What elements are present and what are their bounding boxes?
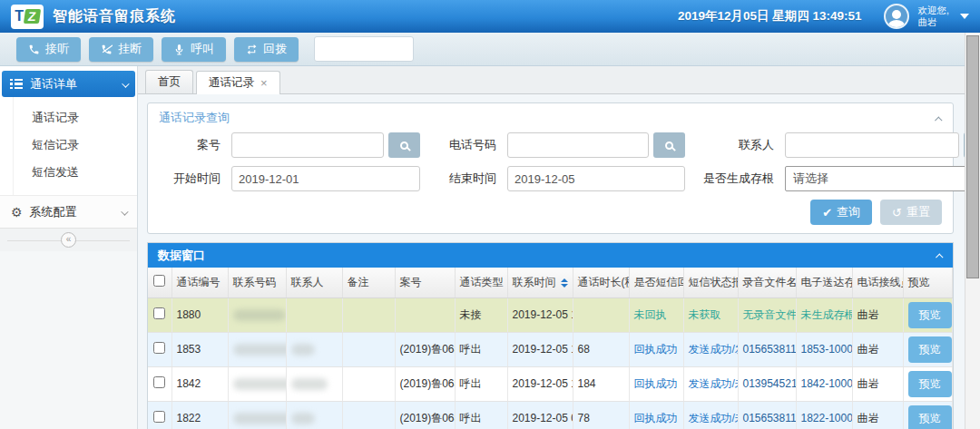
- cell-call-type: 呼出: [455, 401, 507, 429]
- table-row[interactable]: 1842 (2019)鲁0681民 呼出 2019-12-05 10 184 回…: [148, 366, 953, 401]
- cell-duration: [573, 297, 629, 332]
- call-button[interactable]: 呼叫: [162, 37, 226, 62]
- row-checkbox[interactable]: [153, 411, 165, 423]
- hangup-button[interactable]: 挂断: [89, 37, 153, 62]
- col-operator: 电话接线员: [852, 268, 903, 297]
- call-records-table: 通话编号 联系号码 联系人 备注 案号 通话类型 联系时间 通话时长(秒) 是否…: [148, 268, 953, 429]
- preview-button[interactable]: 预览: [908, 302, 952, 328]
- dial-number-input[interactable]: [314, 36, 414, 62]
- cell-operator: 曲岩: [852, 401, 903, 429]
- preview-button[interactable]: 预览: [908, 405, 952, 429]
- tab-home-label: 首页: [158, 74, 181, 90]
- cell-contact-time: 2019-12-05 10: [507, 366, 573, 401]
- user-menu-caret-icon[interactable]: [960, 14, 969, 19]
- cell-recording-file: 015653811869: [738, 332, 796, 366]
- end-time-input[interactable]: [507, 166, 685, 191]
- table-header-row: 通话编号 联系号码 联系人 备注 案号 通话类型 联系时间 通话时长(秒) 是否…: [148, 268, 953, 297]
- cell-delivery-stub: 未生成存根: [796, 297, 852, 332]
- cell-remark: [342, 332, 395, 366]
- hangup-label: 挂断: [118, 41, 142, 57]
- callback-button[interactable]: 回拨: [234, 37, 299, 62]
- query-button-label: 查询: [837, 204, 860, 220]
- sidebar-group-system-config[interactable]: ⚙ 系统配置: [0, 195, 137, 228]
- sidebar-collapse-strip: «: [0, 228, 137, 251]
- cell-recording-file: 无录音文件: [738, 297, 796, 332]
- cell-remark: [342, 401, 395, 429]
- cell-operator: 曲岩: [852, 332, 903, 366]
- cell-sms-status: 未获取: [683, 297, 738, 332]
- col-sms-status: 短信状态报告: [683, 268, 738, 297]
- stub-generated-label: 是否生成存根: [689, 171, 781, 187]
- cell-sms-receipt: 回执成功: [629, 332, 683, 366]
- table-row[interactable]: 1880 未接 2019-12-05 11 未回执 未获取 无录音文件: [148, 297, 953, 332]
- col-recording-file: 录音文件名称: [738, 268, 796, 297]
- chevron-down-icon: [121, 205, 126, 219]
- contact-input[interactable]: [785, 132, 959, 158]
- preview-button[interactable]: 预览: [908, 336, 952, 363]
- cell-contact-time: 2019-12-05 11: [507, 297, 573, 332]
- cell-contact-time: 2019-12-05 09: [507, 401, 573, 429]
- sidebar-item-sms-send[interactable]: 短信发送: [14, 159, 137, 186]
- chevron-up-icon[interactable]: [937, 249, 943, 262]
- table-row[interactable]: 1853 (2019)鲁0681民 呼出 2019-12-05 10 68 回执…: [148, 332, 953, 366]
- row-checkbox[interactable]: [153, 307, 165, 319]
- phone-number-input[interactable]: [507, 132, 649, 158]
- cell-contact-number-redacted: [228, 297, 286, 332]
- sidebar-item-call-records[interactable]: 通话记录: [14, 104, 137, 132]
- cell-sms-status: 发送成功/未获取: [683, 401, 738, 429]
- tab-call-records[interactable]: 通话记录 ×: [196, 71, 280, 94]
- col-case-no: 案号: [395, 268, 455, 297]
- cell-call-type: 呼出: [455, 332, 507, 366]
- start-time-input[interactable]: [231, 166, 420, 191]
- sidebar-group-call-details[interactable]: 通话详单: [2, 71, 135, 97]
- microphone-icon: [173, 44, 185, 55]
- reset-icon: ↺: [892, 206, 902, 219]
- query-button[interactable]: ✔ 查询: [810, 200, 872, 225]
- scrollbar-thumb[interactable]: [966, 35, 979, 278]
- vertical-scrollbar[interactable]: [965, 33, 980, 429]
- gear-icon: ⚙: [11, 205, 23, 219]
- select-all-checkbox[interactable]: [153, 275, 165, 287]
- sidebar-collapse-button[interactable]: «: [61, 232, 76, 248]
- cell-recording-file: 015653811869: [738, 401, 796, 429]
- cell-delivery-stub: 1822-1000496: [796, 401, 852, 429]
- table-row[interactable]: 1822 (2019)鲁0681民 呼出 2019-12-05 09 78 回执…: [148, 401, 953, 429]
- phone-search-button[interactable]: [653, 132, 685, 158]
- cell-operator: 曲岩: [852, 297, 903, 332]
- row-checkbox[interactable]: [153, 376, 165, 388]
- user-avatar-icon[interactable]: [884, 4, 909, 29]
- chevron-up-icon[interactable]: [936, 112, 942, 125]
- stub-select[interactable]: 请选择: [785, 166, 965, 191]
- cell-delivery-stub: 1842-1000496: [796, 366, 852, 401]
- sort-icon[interactable]: [561, 278, 568, 288]
- data-window-title: 数据窗口: [158, 248, 205, 264]
- cell-recording-file: 013954521517: [738, 366, 796, 401]
- sidebar-item-sms-records[interactable]: 短信记录: [14, 132, 137, 159]
- phone-icon: [28, 44, 40, 55]
- cell-contact-redacted: [286, 401, 342, 429]
- reset-button[interactable]: ↺ 重置: [880, 200, 942, 225]
- col-remark: 备注: [342, 268, 395, 297]
- sidebar-group-label: 通话详单: [30, 76, 77, 93]
- chevron-down-icon: [122, 77, 127, 91]
- col-contact-time[interactable]: 联系时间: [507, 268, 573, 297]
- app-logo: T Z: [11, 5, 44, 29]
- case-search-button[interactable]: [388, 132, 420, 158]
- close-icon[interactable]: ×: [260, 77, 268, 89]
- tab-home[interactable]: 首页: [145, 70, 193, 93]
- sidebar: 通话详单 通话记录 短信记录 短信发送 ⚙ 系统配置 «: [0, 66, 138, 429]
- callback-refresh-icon: [246, 44, 258, 55]
- row-checkbox[interactable]: [153, 342, 165, 354]
- cell-contact-number-redacted: [228, 332, 286, 366]
- col-call-type: 通话类型: [455, 268, 507, 297]
- case-number-input[interactable]: [231, 132, 384, 158]
- col-sms-receipt: 是否短信回执: [629, 268, 683, 297]
- cell-contact-redacted: [286, 332, 342, 366]
- cell-duration: 184: [573, 366, 629, 401]
- callback-label: 回拨: [263, 41, 287, 57]
- phone-number-label: 电话号码: [424, 137, 504, 153]
- preview-button[interactable]: 预览: [908, 371, 952, 397]
- cell-contact-time: 2019-12-05 10: [507, 332, 573, 366]
- answer-button[interactable]: 接听: [16, 37, 81, 62]
- col-duration: 通话时长(秒): [573, 268, 629, 297]
